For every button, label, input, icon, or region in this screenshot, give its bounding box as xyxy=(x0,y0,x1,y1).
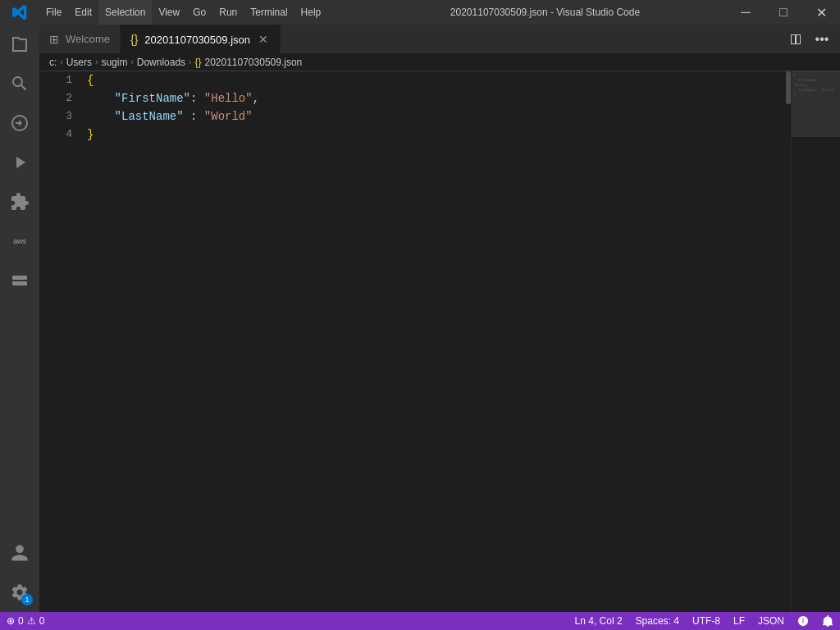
status-eol[interactable]: LF xyxy=(727,612,751,630)
maximize-button[interactable]: □ xyxy=(765,0,802,25)
status-language[interactable]: JSON xyxy=(751,612,791,630)
split-editor-button[interactable] xyxy=(784,28,807,51)
scrollbar-track[interactable] xyxy=(783,71,791,612)
activity-explorer[interactable] xyxy=(0,25,39,64)
breadcrumb-sep-3: › xyxy=(130,57,133,66)
editor-area: ⊞ Welcome {} 20201107030509.json ✕ ••• c xyxy=(39,25,840,612)
menu-view[interactable]: View xyxy=(152,0,186,25)
menu-terminal[interactable]: Terminal xyxy=(244,0,294,25)
vscode-logo xyxy=(0,0,39,25)
svg-rect-0 xyxy=(12,276,27,280)
more-actions-button[interactable]: ••• xyxy=(810,28,833,51)
status-feedback[interactable] xyxy=(791,612,815,630)
line-num-1: 1 xyxy=(39,71,72,89)
breadcrumb: c: › Users › sugim › Downloads › {} 2020… xyxy=(39,53,840,71)
code-line-1: { xyxy=(87,71,783,89)
token-open-brace: { xyxy=(87,71,94,89)
breadcrumb-sep-4: › xyxy=(189,57,191,66)
status-encoding[interactable]: UTF-8 xyxy=(686,612,727,630)
menu-run[interactable]: Run xyxy=(212,0,244,25)
position-text: Ln 4, Col 2 xyxy=(575,615,623,627)
minimap-viewport xyxy=(792,71,840,137)
menu-edit[interactable]: Edit xyxy=(68,0,98,25)
tab-actions: ••• xyxy=(778,25,840,53)
breadcrumb-c[interactable]: c: xyxy=(49,57,57,68)
status-spaces[interactable]: Spaces: 4 xyxy=(629,612,686,630)
breadcrumb-json-icon: {} xyxy=(194,57,201,68)
encoding-text: UTF-8 xyxy=(692,615,720,627)
main-layout: aws 1 ⊞ Welcome {} 202011070 xyxy=(0,25,840,612)
token-firstname-val: "Hello" xyxy=(204,89,253,107)
activity-source-control[interactable] xyxy=(0,103,39,143)
breadcrumb-users[interactable]: Users xyxy=(66,57,92,68)
json-tab-label: 20201107030509.json xyxy=(144,34,250,46)
welcome-tab-label: Welcome xyxy=(66,33,110,45)
notifications-icon xyxy=(822,615,833,627)
status-errors[interactable]: ⊕ 0 ⚠ 0 xyxy=(0,612,51,630)
activity-run[interactable] xyxy=(0,143,39,182)
menu-file[interactable]: File xyxy=(39,0,68,25)
status-notifications[interactable] xyxy=(815,612,840,630)
editor[interactable]: 1 2 3 4 { "FirstName": "Hello", "LastNam… xyxy=(39,71,783,612)
line-num-2: 2 xyxy=(39,89,72,107)
breadcrumb-downloads[interactable]: Downloads xyxy=(137,57,185,68)
status-position[interactable]: Ln 4, Col 2 xyxy=(568,612,629,630)
status-right: Ln 4, Col 2 Spaces: 4 UTF-8 LF JSON xyxy=(568,612,840,630)
line-num-4: 4 xyxy=(39,126,72,144)
activity-bar: aws 1 xyxy=(0,25,39,612)
settings-badge: 1 xyxy=(21,594,33,605)
activity-settings[interactable]: 1 xyxy=(0,573,39,612)
activity-search[interactable] xyxy=(0,64,39,103)
error-count: 0 xyxy=(18,615,24,627)
tab-json[interactable]: {} 20201107030509.json ✕ xyxy=(121,25,281,53)
close-button[interactable]: ✕ xyxy=(802,0,840,25)
breadcrumb-sugim[interactable]: sugim xyxy=(101,57,127,68)
minimize-button[interactable]: ─ xyxy=(727,0,765,25)
token-firstname-key: "FirstName" xyxy=(115,89,190,107)
breadcrumb-sep-1: › xyxy=(60,57,62,66)
code-line-3: "LastName" : "World" xyxy=(87,107,783,126)
line-numbers: 1 2 3 4 xyxy=(39,71,80,612)
ellipsis-icon: ••• xyxy=(815,32,829,47)
title-bar: File Edit Selection View Go Run Terminal… xyxy=(0,0,840,25)
tabs-bar: ⊞ Welcome {} 20201107030509.json ✕ ••• xyxy=(39,25,840,53)
warning-icon: ⚠ xyxy=(27,615,36,627)
editor-container: 1 2 3 4 { "FirstName": "Hello", "LastNam… xyxy=(39,71,840,612)
menu-selection[interactable]: Selection xyxy=(98,0,152,25)
json-tab-close[interactable]: ✕ xyxy=(257,33,270,46)
json-tab-icon: {} xyxy=(130,33,138,46)
token-close-brace: } xyxy=(87,126,94,144)
token-lastname-key: "LastName" xyxy=(115,107,184,126)
status-bar: ⊕ 0 ⚠ 0 Ln 4, Col 2 Spaces: 4 UTF-8 LF J… xyxy=(0,612,840,630)
svg-rect-1 xyxy=(12,281,27,285)
token-lastname-val: "World" xyxy=(204,107,253,126)
menu-help[interactable]: Help xyxy=(294,0,328,25)
breadcrumb-sep-2: › xyxy=(95,57,98,66)
feedback-icon xyxy=(797,615,809,627)
activity-extensions[interactable] xyxy=(0,182,39,221)
title-bar-menu: File Edit Selection View Go Run Terminal… xyxy=(0,0,363,25)
minimap: { "FirstName": "Hello", "LastName": "Wor… xyxy=(791,71,840,612)
code-area[interactable]: { "FirstName": "Hello", "LastName" : "Wo… xyxy=(80,71,783,612)
activity-aws[interactable]: aws xyxy=(0,221,39,261)
status-left: ⊕ 0 ⚠ 0 xyxy=(0,612,51,630)
aws-label: aws xyxy=(13,237,26,245)
breadcrumb-filename[interactable]: 20201107030509.json xyxy=(204,57,302,68)
spaces-text: Spaces: 4 xyxy=(636,615,679,627)
code-line-4: } xyxy=(87,126,783,144)
warning-count: 0 xyxy=(39,615,45,627)
menu-go[interactable]: Go xyxy=(186,0,212,25)
window-controls: ─ □ ✕ xyxy=(727,0,840,25)
code-line-2: "FirstName": "Hello", xyxy=(87,89,783,107)
language-text: JSON xyxy=(758,615,784,627)
line-num-3: 3 xyxy=(39,107,72,126)
activity-remote-explorer[interactable] xyxy=(0,261,39,300)
eol-text: LF xyxy=(733,615,745,627)
error-icon: ⊕ xyxy=(7,615,15,627)
welcome-tab-icon: ⊞ xyxy=(49,33,59,46)
activity-account[interactable] xyxy=(0,533,39,573)
window-title: 20201107030509.json - Visual Studio Code xyxy=(363,7,727,18)
tab-welcome[interactable]: ⊞ Welcome xyxy=(39,25,121,53)
